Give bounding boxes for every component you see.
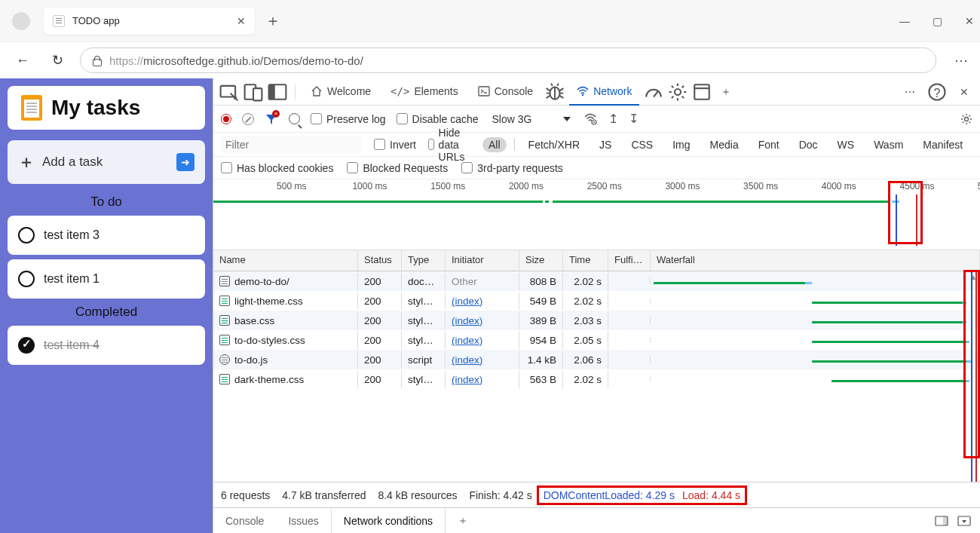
filter-type-font[interactable]: Font xyxy=(752,137,786,152)
filter-type-wasm[interactable]: Wasm xyxy=(868,137,909,152)
filter-type-ws[interactable]: WS xyxy=(831,137,861,152)
request-row[interactable]: base.css 200 styles… (index) 389 B 2.03 … xyxy=(213,311,980,330)
third-party-checkbox[interactable]: 3rd-party requests xyxy=(461,162,563,174)
grid-header[interactable]: Name Status Type Initiator Size Time Ful… xyxy=(213,250,980,271)
search-icon[interactable] xyxy=(289,113,300,124)
devtools-close-icon[interactable]: ✕ xyxy=(954,82,974,102)
devtools-more-icon[interactable]: ⋯ xyxy=(900,82,920,102)
drawer-add-tab-icon[interactable]: ＋ xyxy=(446,508,480,533)
request-name: base.css xyxy=(234,315,274,326)
tab-console[interactable]: Console xyxy=(470,78,541,106)
drawer-tab-console[interactable]: Console xyxy=(213,508,276,533)
file-icon xyxy=(219,374,230,384)
request-row[interactable]: demo-to-do/ 200 docu… Other 808 B 2.02 s xyxy=(213,271,980,291)
request-row[interactable]: light-theme.css 200 styles… (index) 549 … xyxy=(213,291,980,311)
filter-type-manifest[interactable]: Manifest xyxy=(917,137,969,152)
task-checkbox[interactable] xyxy=(18,227,35,244)
blocked-requests-checkbox[interactable]: Blocked Requests xyxy=(347,162,448,174)
window-maximize-icon[interactable]: ▢ xyxy=(933,15,942,27)
filter-type-doc[interactable]: Doc xyxy=(793,137,824,152)
browser-more-icon[interactable]: ⋯ xyxy=(954,52,969,69)
add-task-submit-icon[interactable]: ➜ xyxy=(176,153,194,171)
task-label: test item 3 xyxy=(44,228,100,242)
todo-header: My tasks xyxy=(8,86,205,130)
performance-icon[interactable] xyxy=(644,82,663,102)
initiator-cell[interactable]: (index) xyxy=(446,371,519,388)
drawer-expand-icon[interactable] xyxy=(957,516,971,526)
refresh-button[interactable]: ↻ xyxy=(45,48,69,72)
filter-type-fetchxhr[interactable]: Fetch/XHR xyxy=(522,137,586,152)
network-settings-icon[interactable] xyxy=(960,113,972,125)
window-close-icon[interactable]: ✕ xyxy=(965,15,974,27)
filter-type-all[interactable]: All xyxy=(482,137,507,152)
new-tab-button[interactable]: ＋ xyxy=(265,11,280,31)
network-status-bar: 6 requests 4.7 kB transferred 8.4 kB res… xyxy=(213,482,980,507)
filter-type-media[interactable]: Media xyxy=(704,137,745,152)
application-icon[interactable] xyxy=(692,82,712,102)
preserve-log-checkbox[interactable]: Preserve log xyxy=(311,113,386,125)
throttling-select[interactable]: Slow 3G xyxy=(489,113,574,125)
timing-highlight: DOMContentLoaded: 4.29 s Load: 4.44 s xyxy=(537,486,747,505)
task-item[interactable]: test item 3 xyxy=(8,216,205,255)
inspect-icon[interactable] xyxy=(219,82,239,102)
profile-avatar[interactable] xyxy=(12,12,30,30)
section-todo: To do xyxy=(8,195,205,210)
svg-point-7 xyxy=(582,93,583,95)
filter-input[interactable] xyxy=(221,136,362,154)
request-row[interactable]: to-do.js 200 script (index) 1.4 kB 2.06 … xyxy=(213,350,980,369)
filter-type-other[interactable]: Other xyxy=(976,137,980,152)
tab-network[interactable]: Network xyxy=(569,78,639,106)
filter-type-css[interactable]: CSS xyxy=(625,137,659,152)
settings-gear-icon[interactable] xyxy=(668,82,688,102)
filter-type-img[interactable]: Img xyxy=(666,137,696,152)
has-blocked-cookies-checkbox[interactable]: Has blocked cookies xyxy=(221,162,333,174)
waterfall-load-line xyxy=(975,271,977,482)
device-toggle-icon[interactable] xyxy=(243,82,263,102)
overview-timeline[interactable]: 500 ms1000 ms1500 ms2000 ms2500 ms3000 m… xyxy=(213,179,980,250)
file-icon xyxy=(219,354,230,365)
task-item[interactable]: test item 1 xyxy=(8,259,205,299)
invert-checkbox[interactable]: Invert xyxy=(374,139,416,151)
add-task-row[interactable]: ＋ Add a task ➜ xyxy=(8,140,205,184)
more-tabs-icon[interactable]: ＋ xyxy=(716,82,736,102)
bug-icon[interactable] xyxy=(545,82,565,102)
tab-welcome[interactable]: Welcome xyxy=(303,78,378,106)
task-checkbox[interactable] xyxy=(18,271,35,287)
wifi-icon xyxy=(577,85,589,97)
address-bar[interactable]: https://microsoftedge.github.io/Demos/de… xyxy=(80,47,936,73)
drawer-dock-icon[interactable] xyxy=(935,516,948,526)
download-har-icon[interactable]: ↧ xyxy=(629,112,639,126)
drawer-tab-issues[interactable]: Issues xyxy=(276,508,330,533)
request-row[interactable]: to-do-styles.css 200 styles… (index) 954… xyxy=(213,330,980,350)
record-icon[interactable] xyxy=(221,114,231,124)
request-row[interactable]: dark-theme.css 200 styles… (index) 563 B… xyxy=(213,369,980,389)
add-task-label: Add a task xyxy=(42,155,176,170)
back-button[interactable]: ← xyxy=(11,48,35,72)
initiator-cell[interactable]: (index) xyxy=(446,332,519,349)
filter-toggle-icon[interactable]: × xyxy=(265,112,278,126)
filter-type-js[interactable]: JS xyxy=(593,137,617,152)
caret-down-icon xyxy=(563,117,571,121)
tab-close-icon[interactable]: ✕ xyxy=(237,15,246,27)
initiator-cell[interactable]: (index) xyxy=(446,351,519,369)
initiator-cell: Other xyxy=(446,273,519,290)
overview-tick: 3500 ms xyxy=(743,181,778,191)
drawer-tab-network-conditions[interactable]: Network conditions xyxy=(331,508,446,533)
task-checkbox[interactable] xyxy=(18,337,35,354)
initiator-cell[interactable]: (index) xyxy=(446,293,519,310)
clear-icon[interactable] xyxy=(242,113,254,125)
disable-cache-checkbox[interactable]: Disable cache xyxy=(397,113,479,125)
screenshot-icon[interactable] xyxy=(268,82,287,102)
initiator-cell[interactable]: (index) xyxy=(446,312,519,329)
help-icon[interactable]: ? xyxy=(927,82,947,102)
request-name: dark-theme.css xyxy=(234,374,304,385)
tab-elements[interactable]: </> Elements xyxy=(383,78,466,106)
waterfall-dcl-line xyxy=(971,271,972,482)
plus-icon: ＋ xyxy=(18,151,35,173)
request-name: to-do-styles.css xyxy=(234,335,305,346)
network-conditions-icon[interactable] xyxy=(584,113,598,125)
browser-tab[interactable]: TODO app ✕ xyxy=(44,8,255,35)
window-minimize-icon[interactable]: ― xyxy=(899,15,910,27)
task-item[interactable]: test item 4 xyxy=(8,326,205,365)
upload-har-icon[interactable]: ↥ xyxy=(608,112,618,126)
